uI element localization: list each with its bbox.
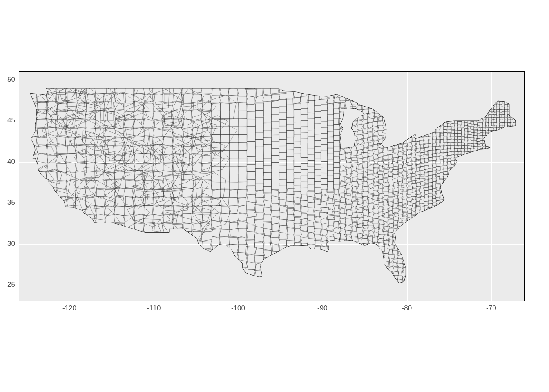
y-tick-label: 50: [7, 76, 15, 84]
y-tick-label: 45: [7, 116, 15, 125]
y-tick-label: 30: [7, 240, 15, 248]
y-tick-label: 25: [7, 281, 15, 289]
y-tick-label: 40: [7, 158, 15, 166]
y-tick-label: 35: [7, 198, 15, 207]
us-counties-map: [19, 72, 524, 301]
x-tick-label: -120: [62, 304, 76, 312]
plot-panel: [19, 71, 525, 301]
x-tick-label: -90: [317, 304, 328, 312]
x-tick-label: -70: [486, 304, 496, 312]
x-tick-label: -110: [147, 304, 161, 312]
figure-canvas: -120-110-100-90-80-70253035404550: [0, 0, 549, 392]
x-tick-label: -80: [402, 304, 412, 312]
x-tick-label: -100: [231, 304, 245, 312]
